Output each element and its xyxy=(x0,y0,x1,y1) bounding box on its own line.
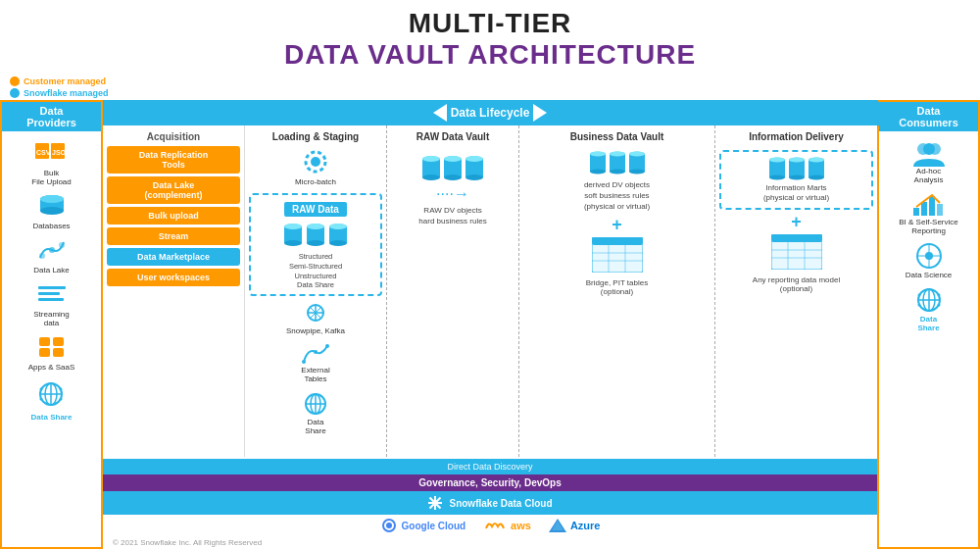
datascience-label: Data Science xyxy=(906,271,953,279)
business-vault-header: Business Data Vault xyxy=(523,129,710,146)
provider-datashare-label: Data Share xyxy=(31,413,73,422)
datashare-icon-left xyxy=(35,379,67,413)
provider-streaming: Streamingdata xyxy=(31,280,71,329)
raw-vault-arrow: ····→ xyxy=(436,185,469,203)
adhoc-label: Ad-hocAnalysis xyxy=(914,167,944,184)
streaming-icon xyxy=(36,282,68,310)
governance-bar: Governance, Security, DevOps xyxy=(103,474,877,491)
lifecycle-bar: Data Lifecycle xyxy=(103,100,877,125)
svg-point-90 xyxy=(789,175,805,180)
svg-rect-12 xyxy=(38,292,60,295)
legend-snowflake: Snowflake managed xyxy=(10,88,970,98)
svg-point-128 xyxy=(937,304,940,307)
bridge-table-icon xyxy=(592,237,643,276)
acq-tool-stream: Stream xyxy=(107,227,240,245)
snowpipe-icon xyxy=(302,299,329,326)
svg-point-10 xyxy=(59,242,65,248)
raw-vault-text: RAW DV objectshard business rules xyxy=(418,205,486,226)
center-content: Data Lifecycle Acquisition Data Replicat… xyxy=(103,100,877,549)
acquisition-tools: Data ReplicationTools Data Lake(compleme… xyxy=(107,146,240,286)
svg-rect-17 xyxy=(53,348,64,357)
legend-snowflake-label: Snowflake managed xyxy=(24,88,109,98)
svg-point-125 xyxy=(917,294,920,297)
right-panel: DataConsumers Ad-hocAnalysis xyxy=(877,100,980,549)
info-mart-box: Information Marts(physical or virtual) xyxy=(719,150,873,210)
provider-datalake: Data Lake xyxy=(31,236,71,276)
svg-point-69 xyxy=(590,152,606,157)
business-items: derived DV objectssoft business rules(ph… xyxy=(523,146,710,296)
svg-rect-13 xyxy=(38,298,64,301)
info-header: Information Delivery xyxy=(719,129,873,146)
svg-rect-113 xyxy=(913,208,919,216)
business-plus: + xyxy=(612,215,622,235)
svg-point-91 xyxy=(789,158,805,163)
svg-rect-15 xyxy=(53,337,64,346)
loading-items: Micro-batch RAW Data xyxy=(249,146,382,439)
business-vault-text: derived DV objectssoft business rules(ph… xyxy=(584,179,650,213)
svg-point-28 xyxy=(311,157,320,167)
main-container: MULTI-TIER DATA VAULT ARCHITECTURE Custo… xyxy=(0,0,980,549)
google-cloud-logo: Google Cloud xyxy=(380,519,466,532)
acq-tool-bulk: Bulk upload xyxy=(107,207,240,225)
direct-discovery-bar: Direct Data Discovery xyxy=(103,459,877,474)
svg-rect-114 xyxy=(921,202,927,216)
svg-point-73 xyxy=(610,152,625,157)
business-vault-cylinders xyxy=(589,150,646,177)
svg-point-25 xyxy=(60,398,63,401)
datalake-icon xyxy=(36,238,68,266)
raw-data-box: RAW Data xyxy=(284,202,347,217)
svg-rect-93 xyxy=(808,160,824,177)
legend-customer-label: Customer managed xyxy=(24,76,106,86)
acq-tool-marketplace: Data Marketplace xyxy=(107,248,240,266)
external-item: ExternalTables xyxy=(300,342,331,383)
provider-streaming-label: Streamingdata xyxy=(33,310,69,327)
provider-apps: Apps & SaaS xyxy=(26,333,77,374)
acquisition-header: Acquisition xyxy=(107,129,240,146)
svg-rect-79 xyxy=(592,237,643,245)
svg-point-33 xyxy=(284,224,302,229)
svg-point-68 xyxy=(590,170,606,175)
info-col: Information Delivery Information Marts(p… xyxy=(715,125,877,457)
provider-datalake-label: Data Lake xyxy=(33,266,69,274)
svg-point-24 xyxy=(60,388,63,391)
svg-point-57 xyxy=(422,156,440,162)
database-icon xyxy=(36,194,68,222)
raw-col: RAW Data Vault ····→ RAW DV objectshard … xyxy=(387,125,519,457)
raw-vault-header: RAW Data Vault xyxy=(391,129,514,146)
snowflake-logo-icon xyxy=(427,495,443,511)
left-panel-items: CSV JSON BulkFile Upload xyxy=(2,131,101,427)
info-plus: + xyxy=(791,212,802,232)
svg-rect-14 xyxy=(39,337,50,346)
bridge-label: Bridge, PIT tables(optional) xyxy=(586,278,648,296)
legend-dot-blue xyxy=(10,88,20,98)
svg-point-6 xyxy=(40,207,64,215)
title-line2: DATA VAULT ARCHITECTURE xyxy=(0,39,980,71)
svg-rect-85 xyxy=(769,160,785,177)
consumer-bi: BI & Self-ServiceReporting xyxy=(899,190,957,235)
copyright: © 2021 Snowflake Inc. All Rights Reserve… xyxy=(103,536,877,549)
microbatch-label: Micro-batch xyxy=(295,177,336,186)
loading-header: Loading & Staging xyxy=(249,129,382,146)
body-row: DataProviders CSV JSON BulkFile Upl xyxy=(0,100,980,549)
provider-bulk-upload: CSV JSON BulkFile Upload xyxy=(29,135,73,188)
svg-point-87 xyxy=(769,158,785,163)
svg-point-77 xyxy=(629,152,645,157)
svg-point-72 xyxy=(610,170,625,175)
left-panel: DataProviders CSV JSON BulkFile Upl xyxy=(0,100,103,549)
svg-point-48 xyxy=(314,350,318,354)
external-label: ExternalTables xyxy=(301,366,329,383)
consumer-datascience: Data Science xyxy=(906,241,953,279)
phases-row: Acquisition Data ReplicationTools Data L… xyxy=(103,125,877,457)
svg-rect-11 xyxy=(38,286,66,289)
azure-label: Azure xyxy=(570,520,601,531)
svg-point-37 xyxy=(307,224,324,229)
title-area: MULTI-TIER DATA VAULT ARCHITECTURE xyxy=(0,0,980,75)
microbatch-item: Micro-batch xyxy=(295,146,336,186)
legend-customer: Customer managed xyxy=(10,76,970,86)
svg-rect-71 xyxy=(610,154,625,172)
center-bottom: Direct Data Discovery Governance, Securi… xyxy=(103,457,877,549)
svg-rect-115 xyxy=(929,196,935,216)
svg-point-32 xyxy=(284,240,302,246)
snowpipe-item: Snowpipe, Kafka xyxy=(286,299,345,335)
svg-point-86 xyxy=(769,175,785,180)
